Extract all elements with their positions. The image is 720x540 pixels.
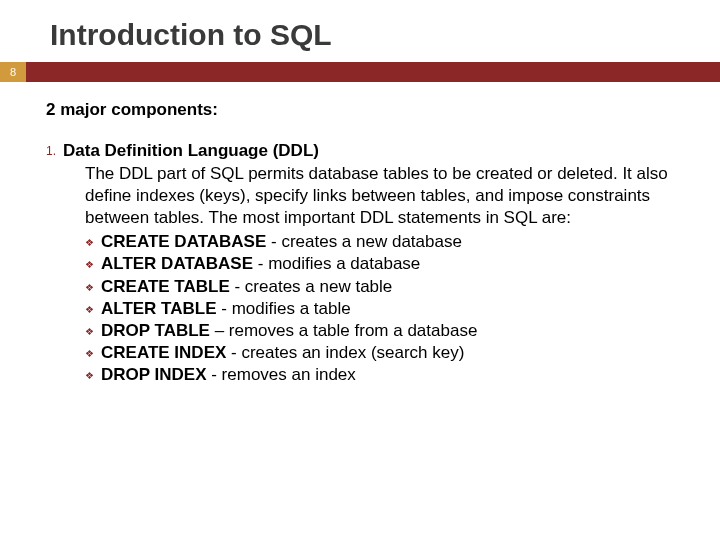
slide-content: 2 major components: 1. Data Definition L… — [0, 82, 720, 386]
bullet-text: ALTER DATABASE - modifies a database — [101, 253, 420, 275]
list-item: ❖ DROP INDEX - removes an index — [85, 364, 680, 386]
list-item: ❖ CREATE TABLE - creates a new table — [85, 276, 680, 298]
diamond-icon: ❖ — [85, 364, 95, 382]
list-item: ❖ CREATE DATABASE - creates a new databa… — [85, 231, 680, 253]
bullet-text: ALTER TABLE - modifies a table — [101, 298, 351, 320]
item-description: The DDL part of SQL permits database tab… — [85, 163, 680, 229]
subheading: 2 major components: — [46, 100, 680, 120]
item-heading: Data Definition Language (DDL) — [63, 141, 319, 160]
bullet-text: CREATE INDEX - creates an index (search … — [101, 342, 464, 364]
item-body: Data Definition Language (DDL) The DDL p… — [63, 140, 680, 386]
list-item: ❖ ALTER DATABASE - modifies a database — [85, 253, 680, 275]
page-number-badge: 8 — [0, 62, 26, 82]
diamond-icon: ❖ — [85, 276, 95, 294]
diamond-icon: ❖ — [85, 342, 95, 360]
numbered-item: 1. Data Definition Language (DDL) The DD… — [46, 140, 680, 386]
bullet-text: CREATE TABLE - creates a new table — [101, 276, 392, 298]
diamond-icon: ❖ — [85, 298, 95, 316]
list-item: ❖ DROP TABLE – removes a table from a da… — [85, 320, 680, 342]
bullet-text: DROP INDEX - removes an index — [101, 364, 356, 386]
bullet-text: CREATE DATABASE - creates a new database — [101, 231, 462, 253]
item-number: 1. — [46, 140, 58, 158]
list-item: ❖ CREATE INDEX - creates an index (searc… — [85, 342, 680, 364]
bullet-list: ❖ CREATE DATABASE - creates a new databa… — [85, 231, 680, 386]
list-item: ❖ ALTER TABLE - modifies a table — [85, 298, 680, 320]
diamond-icon: ❖ — [85, 253, 95, 271]
diamond-icon: ❖ — [85, 231, 95, 249]
slide-title: Introduction to SQL — [0, 0, 720, 62]
bullet-text: DROP TABLE – removes a table from a data… — [101, 320, 477, 342]
diamond-icon: ❖ — [85, 320, 95, 338]
accent-bar: 8 — [0, 62, 720, 82]
